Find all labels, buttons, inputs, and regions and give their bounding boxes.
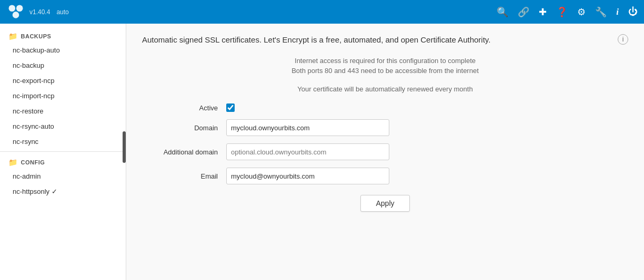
- svg-point-1: [16, 5, 23, 12]
- link-icon[interactable]: 🔗: [518, 6, 529, 18]
- sidebar-item-nc-backup[interactable]: nc-backup: [0, 58, 126, 73]
- apply-button[interactable]: Apply: [360, 195, 409, 212]
- email-row: Email: [142, 168, 628, 184]
- sidebar-item-nc-export-ncp[interactable]: nc-export-ncp: [0, 73, 126, 88]
- sidebar: 📁 BACKUPS nc-backup-auto nc-backup nc-ex…: [0, 24, 126, 280]
- info-line-1: Internet access is required for this con…: [142, 57, 628, 65]
- domain-label: Domain: [142, 124, 226, 132]
- sidebar-item-nc-httpsonly[interactable]: nc-httpsonly ✓: [0, 184, 126, 199]
- info-icon[interactable]: i: [616, 7, 619, 17]
- active-checkbox[interactable]: [226, 103, 235, 112]
- main-layout: 📁 BACKUPS nc-backup-auto nc-backup nc-ex…: [0, 24, 644, 280]
- sidebar-item-nc-rsync[interactable]: nc-rsync: [0, 134, 126, 149]
- active-row: Active: [142, 103, 628, 112]
- sidebar-divider: [0, 151, 126, 152]
- form-section: Active Domain Additional domain Email Ap…: [142, 103, 628, 212]
- topbar: v1.40.4 auto 🔍 🔗 ✚ ❓ ⚙ 🔧 i ⏻: [0, 0, 644, 24]
- domain-input[interactable]: [226, 119, 389, 136]
- svg-point-2: [13, 12, 19, 18]
- plus-icon[interactable]: ✚: [539, 6, 547, 18]
- power-icon[interactable]: ⏻: [628, 6, 638, 17]
- info-line-2: Both ports 80 and 443 need to be accessi…: [142, 67, 628, 75]
- active-label: Active: [142, 104, 226, 112]
- info-section: Internet access is required for this con…: [142, 57, 628, 93]
- sidebar-item-nc-restore[interactable]: nc-restore: [0, 103, 126, 119]
- additional-domain-label: Additional domain: [142, 148, 226, 156]
- topbar-icons: 🔍 🔗 ✚ ❓ ⚙ 🔧 i ⏻: [497, 6, 638, 18]
- wrench-icon[interactable]: 🔧: [595, 6, 607, 18]
- sidebar-item-nc-rsync-auto[interactable]: nc-rsync-auto: [0, 119, 126, 134]
- sidebar-section-backups: 📁 BACKUPS: [0, 28, 126, 43]
- sidebar-item-nc-import-ncp[interactable]: nc-import-ncp: [0, 88, 126, 103]
- info-badge-icon[interactable]: i: [618, 34, 628, 45]
- sidebar-item-nc-admin[interactable]: nc-admin: [0, 169, 126, 184]
- folder-icon-config: 📁: [8, 158, 18, 167]
- info-line-3: Your certificate will be automatically r…: [142, 85, 628, 93]
- scrollbar-thumb: [123, 131, 126, 163]
- additional-domain-input[interactable]: [226, 143, 389, 160]
- app-logo-icon: [6, 3, 25, 22]
- settings-icon[interactable]: ⚙: [577, 6, 586, 18]
- search-icon[interactable]: 🔍: [497, 6, 508, 18]
- svg-point-0: [9, 5, 16, 12]
- page-title: Automatic signed SSL certificates. Let's…: [142, 34, 490, 45]
- logo: v1.40.4 auto: [6, 3, 69, 22]
- domain-row: Domain: [142, 119, 628, 136]
- additional-domain-row: Additional domain: [142, 143, 628, 160]
- sidebar-item-nc-backup-auto[interactable]: nc-backup-auto: [0, 43, 126, 58]
- email-input[interactable]: [226, 168, 389, 184]
- mode-label: auto: [56, 8, 68, 16]
- content-area: Automatic signed SSL certificates. Let's…: [126, 24, 644, 280]
- sidebar-section-config: 📁 CONFIG: [0, 154, 126, 169]
- version-label: v1.40.4: [29, 8, 50, 16]
- content-header: Automatic signed SSL certificates. Let's…: [142, 34, 628, 51]
- email-label: Email: [142, 172, 226, 180]
- help-icon[interactable]: ❓: [556, 6, 568, 18]
- folder-icon-backups: 📁: [8, 32, 18, 40]
